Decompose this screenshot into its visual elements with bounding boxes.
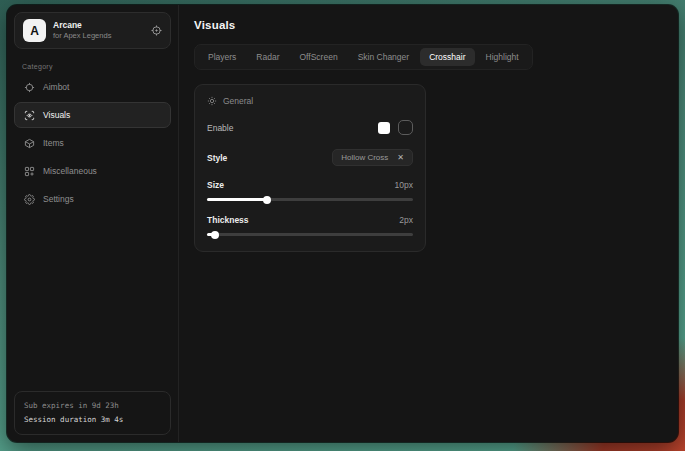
panel-title: General bbox=[223, 96, 253, 106]
target-icon[interactable] bbox=[151, 25, 162, 36]
style-chip[interactable]: Hollow Cross ✕ bbox=[332, 149, 413, 166]
sidebar-item-label: Aimbot bbox=[43, 82, 69, 92]
sub-expires-text: Sub expires in 9d 23h bbox=[24, 399, 161, 413]
brand-card: A Arcane for Apex Legends bbox=[14, 12, 171, 49]
sidebar-item-label: Miscellaneous bbox=[43, 166, 97, 176]
style-label: Style bbox=[207, 153, 227, 163]
size-slider[interactable] bbox=[207, 198, 413, 201]
app-logo: A bbox=[23, 19, 46, 42]
close-icon[interactable]: ✕ bbox=[397, 154, 404, 162]
thickness-slider-thumb[interactable] bbox=[211, 231, 219, 239]
tab-offscreen[interactable]: OffScreen bbox=[291, 48, 347, 66]
sidebar-nav: Aimbot Visuals Items bbox=[14, 74, 171, 212]
sidebar-item-aimbot[interactable]: Aimbot bbox=[14, 74, 171, 100]
enable-label: Enable bbox=[207, 123, 233, 133]
subscription-info-card: Sub expires in 9d 23h Session duration 3… bbox=[14, 391, 171, 436]
thickness-value: 2px bbox=[399, 215, 413, 225]
main-content: Visuals Players Radar OffScreen Skin Cha… bbox=[179, 5, 678, 442]
app-window: A Arcane for Apex Legends Category bbox=[7, 5, 678, 442]
panel-header: General bbox=[207, 96, 413, 106]
scan-eye-icon bbox=[24, 110, 35, 121]
thickness-label: Thickness bbox=[207, 215, 249, 225]
sidebar: A Arcane for Apex Legends Category bbox=[7, 5, 179, 442]
sidebar-item-visuals[interactable]: Visuals bbox=[14, 102, 171, 128]
size-slider-thumb[interactable] bbox=[263, 196, 271, 204]
sidebar-item-settings[interactable]: Settings bbox=[14, 186, 171, 212]
sidebar-item-label: Items bbox=[43, 138, 64, 148]
general-panel: General Enable Style Hollow Cross ✕ Size bbox=[194, 84, 426, 252]
size-label: Size bbox=[207, 180, 224, 190]
thickness-control: Thickness 2px bbox=[207, 215, 413, 236]
style-value: Hollow Cross bbox=[341, 153, 388, 162]
tab-bar: Players Radar OffScreen Skin Changer Cro… bbox=[194, 44, 533, 70]
thickness-row: Thickness 2px bbox=[207, 215, 413, 225]
category-label: Category bbox=[22, 63, 171, 70]
page-title: Visuals bbox=[194, 19, 663, 31]
size-value: 10px bbox=[395, 180, 413, 190]
sidebar-item-miscellaneous[interactable]: Miscellaneous bbox=[14, 158, 171, 184]
size-row: Size 10px bbox=[207, 180, 413, 190]
sidebar-item-label: Visuals bbox=[43, 110, 70, 120]
tab-crosshair[interactable]: Crosshair bbox=[420, 48, 474, 66]
crosshair-icon bbox=[24, 82, 35, 93]
tab-highlight[interactable]: Highlight bbox=[477, 48, 528, 66]
sidebar-item-items[interactable]: Items bbox=[14, 130, 171, 156]
enable-checkbox[interactable] bbox=[378, 122, 390, 134]
grid-icon bbox=[24, 166, 35, 177]
brand-text: Arcane for Apex Legends bbox=[53, 20, 144, 41]
box-icon bbox=[24, 138, 35, 149]
app-name: Arcane bbox=[53, 20, 144, 31]
thickness-slider[interactable] bbox=[207, 233, 413, 236]
tab-skin-changer[interactable]: Skin Changer bbox=[349, 48, 419, 66]
size-slider-fill bbox=[207, 198, 267, 201]
gear-icon bbox=[24, 194, 35, 205]
enable-row: Enable bbox=[207, 120, 413, 135]
enable-keybind-box[interactable] bbox=[398, 120, 413, 135]
sidebar-item-label: Settings bbox=[43, 194, 74, 204]
tab-players[interactable]: Players bbox=[199, 48, 245, 66]
session-duration-text: Session duration 3m 4s bbox=[24, 413, 161, 427]
app-subtitle: for Apex Legends bbox=[53, 31, 144, 41]
tab-radar[interactable]: Radar bbox=[247, 48, 288, 66]
style-row: Style Hollow Cross ✕ bbox=[207, 149, 413, 166]
sun-gear-icon bbox=[207, 96, 217, 106]
size-control: Size 10px bbox=[207, 180, 413, 201]
